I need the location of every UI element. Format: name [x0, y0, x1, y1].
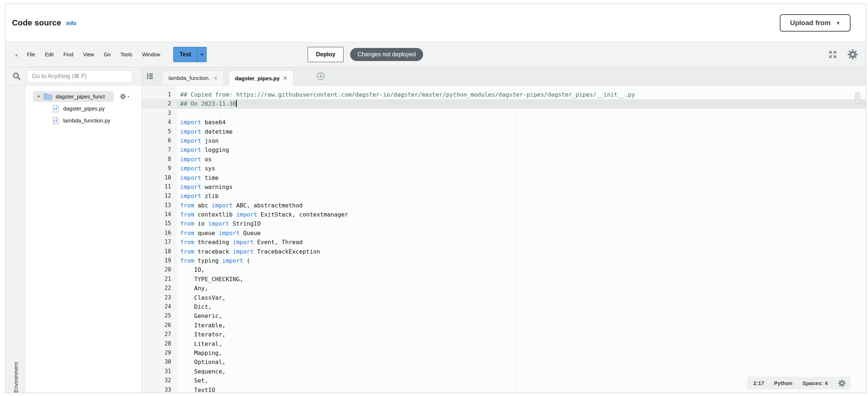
code-line[interactable]: Any,: [177, 284, 866, 293]
new-tab-button[interactable]: [316, 72, 325, 81]
vertical-scrollbar-thumb[interactable]: [855, 92, 860, 104]
code-line[interactable]: import json: [177, 136, 866, 145]
code-line[interactable]: IO,: [177, 265, 866, 274]
line-number[interactable]: 16: [142, 229, 177, 238]
menu-file[interactable]: File: [27, 52, 35, 57]
line-number[interactable]: 12: [142, 191, 177, 201]
line-number[interactable]: 4: [142, 118, 177, 127]
line-number[interactable]: 19: [142, 256, 177, 265]
tree-file-lambda_function-py[interactable]: lambda_function.py: [26, 114, 142, 126]
line-number[interactable]: 3: [142, 109, 177, 118]
line-number[interactable]: 17: [142, 238, 177, 247]
code-line[interactable]: import time: [177, 173, 866, 182]
code-line[interactable]: import warnings: [177, 182, 866, 191]
editor-settings-button[interactable]: [837, 379, 846, 388]
test-dropdown-button[interactable]: ▼: [197, 47, 207, 62]
line-number[interactable]: 11: [142, 182, 177, 191]
deploy-button[interactable]: Deploy: [308, 47, 344, 62]
line-number[interactable]: 13: [142, 201, 177, 210]
menu-view[interactable]: View: [83, 52, 94, 57]
test-button[interactable]: Test: [173, 47, 197, 62]
code-line[interactable]: ## Copied from: https://raw.githubuserco…: [177, 90, 866, 99]
line-number[interactable]: 26: [142, 321, 177, 330]
code-line[interactable]: import sys: [177, 164, 866, 173]
line-number[interactable]: 5: [142, 127, 177, 136]
code-area[interactable]: ## Copied from: https://raw.githubuserco…: [177, 85, 866, 393]
line-number[interactable]: 1: [142, 90, 177, 99]
settings-button[interactable]: [847, 49, 859, 60]
code-editor[interactable]: 1234567891011121314151617181920212223242…: [142, 85, 866, 393]
line-number[interactable]: 8: [142, 155, 177, 164]
tree-folder-row[interactable]: ▾ dagster_pipes_funct: [26, 90, 142, 102]
line-number[interactable]: 7: [142, 145, 177, 154]
gear-icon: [119, 93, 126, 100]
code-line[interactable]: Literal,: [177, 339, 866, 348]
code-line[interactable]: from threading import Event, Thread: [177, 238, 866, 247]
menu-find[interactable]: Find: [64, 52, 73, 57]
folder-caret-icon[interactable]: ▾: [37, 94, 40, 99]
code-line[interactable]: TYPE_CHECKING,: [177, 275, 866, 284]
code-line[interactable]: from abc import ABC, abstractmethod: [177, 201, 866, 210]
code-line[interactable]: Dict,: [177, 302, 866, 311]
tree-file-dagster_pipes-py[interactable]: dagster_pipes.py: [26, 102, 142, 114]
upload-from-button[interactable]: Upload from ▼: [780, 14, 851, 32]
code-line[interactable]: from io import StringIO: [177, 219, 866, 228]
code-line[interactable]: [177, 109, 866, 118]
menu-window[interactable]: Window: [142, 52, 160, 57]
code-line[interactable]: import datetime: [177, 127, 866, 136]
line-number[interactable]: 10: [142, 173, 177, 182]
code-line[interactable]: import base64: [177, 118, 866, 127]
line-number[interactable]: 9: [142, 164, 177, 173]
line-number[interactable]: 2: [142, 99, 177, 108]
close-tab-icon[interactable]: ×: [283, 75, 287, 81]
language-mode[interactable]: Python: [774, 380, 792, 386]
line-number[interactable]: 18: [142, 247, 177, 256]
fullscreen-button[interactable]: [828, 49, 838, 60]
tree-folder-selected[interactable]: ▾ dagster_pipes_funct: [33, 91, 114, 102]
code-line[interactable]: Mapping,: [177, 348, 866, 357]
line-number[interactable]: 6: [142, 136, 177, 145]
line-number[interactable]: 20: [142, 265, 177, 274]
menu-tools[interactable]: Tools: [121, 52, 133, 57]
line-number[interactable]: 21: [142, 275, 177, 284]
code-line[interactable]: Sequence,: [177, 367, 866, 376]
line-number[interactable]: 25: [142, 311, 177, 320]
line-number[interactable]: 28: [142, 339, 177, 348]
code-line[interactable]: ## On 2023-11-30: [177, 99, 866, 108]
line-number[interactable]: 30: [142, 357, 177, 367]
code-line[interactable]: Iterator,: [177, 330, 866, 339]
menu-go[interactable]: Go: [104, 52, 111, 57]
collapse-panel-icon[interactable]: ▲: [14, 52, 19, 57]
code-line[interactable]: import os: [177, 155, 866, 164]
code-line[interactable]: import zlib: [177, 191, 866, 201]
code-line[interactable]: from traceback import TracebackException: [177, 247, 866, 256]
cursor-position[interactable]: 2:17: [753, 380, 764, 386]
line-number[interactable]: 15: [142, 219, 177, 228]
indent-setting[interactable]: Spaces: 4: [802, 380, 828, 386]
info-link[interactable]: Info: [66, 20, 76, 26]
menu-edit[interactable]: Edit: [45, 52, 53, 57]
line-number[interactable]: 31: [142, 367, 177, 376]
folder-settings-button[interactable]: ▾: [119, 93, 129, 100]
code-line[interactable]: Iterable,: [177, 321, 866, 330]
close-tab-icon[interactable]: ×: [214, 75, 218, 81]
code-line[interactable]: from typing import (: [177, 256, 866, 265]
code-line[interactable]: ClassVar,: [177, 293, 866, 302]
code-line[interactable]: import logging: [177, 145, 866, 154]
line-number[interactable]: 32: [142, 376, 177, 385]
tab-dagster_pipes-py[interactable]: dagster_pipes.py×: [229, 70, 293, 85]
code-line[interactable]: from queue import Queue: [177, 229, 866, 238]
line-number[interactable]: 14: [142, 210, 177, 219]
tab-lambda_function[interactable]: lambda_function.×: [162, 70, 224, 85]
line-number[interactable]: 24: [142, 302, 177, 311]
go-to-anything-input[interactable]: [27, 70, 132, 82]
code-line[interactable]: from contextlib import ExitStack, contex…: [177, 210, 866, 219]
tab-list-button[interactable]: [146, 72, 154, 81]
code-line[interactable]: Generic,: [177, 311, 866, 320]
code-line[interactable]: Optional,: [177, 357, 866, 367]
line-number[interactable]: 22: [142, 284, 177, 293]
line-number[interactable]: 27: [142, 330, 177, 339]
line-number[interactable]: 29: [142, 348, 177, 357]
line-number[interactable]: 33: [142, 385, 177, 393]
line-number[interactable]: 23: [142, 293, 177, 302]
